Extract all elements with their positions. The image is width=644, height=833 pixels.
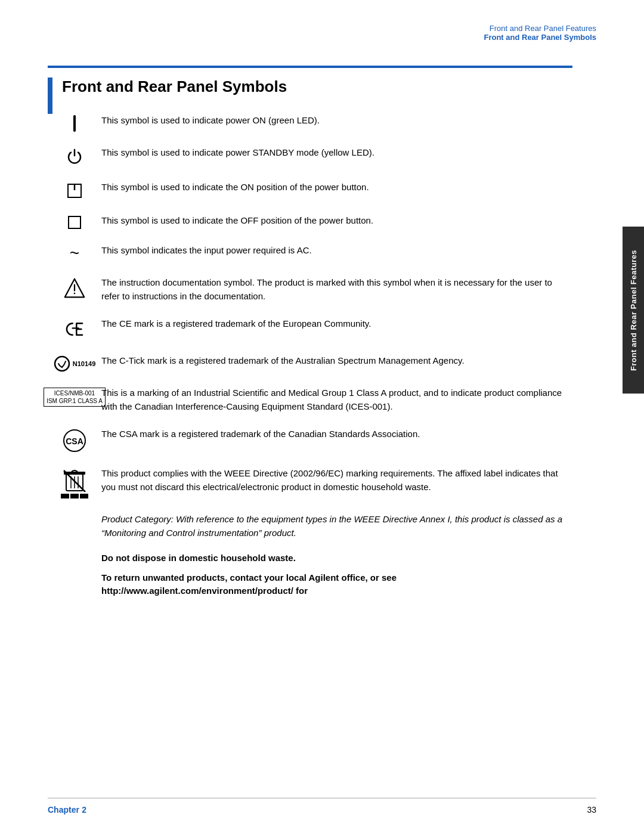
ices-icon: ICES/NMB-001 ISM GRP.1 CLASS A bbox=[44, 388, 106, 407]
symbol-col-power-on-pos bbox=[48, 181, 101, 200]
csa-icon: CSA bbox=[63, 429, 86, 453]
breadcrumb-parent: Front and Rear Panel Features bbox=[484, 24, 596, 33]
text-csa: The CSA mark is a registered trademark o… bbox=[101, 428, 572, 441]
bold-para2: To return unwanted products, contact you… bbox=[48, 571, 572, 598]
symbol-row-power-on: This symbol is used to indicate power ON… bbox=[48, 114, 572, 132]
symbol-col-ices: ICES/NMB-001 ISM GRP.1 CLASS A bbox=[48, 386, 101, 407]
power-on-pos-icon bbox=[66, 182, 83, 200]
text-ctick: The C-Tick mark is a registered trademar… bbox=[101, 354, 572, 368]
svg-rect-2 bbox=[69, 216, 80, 228]
symbol-col-ctick: N10149 bbox=[48, 354, 101, 372]
ce-icon bbox=[64, 318, 85, 340]
footer: Chapter 2 33 bbox=[48, 798, 596, 815]
footer-chapter-label: Chapter bbox=[48, 805, 79, 815]
text-power-on-pos: This symbol is used to indicate the ON p… bbox=[101, 181, 572, 194]
text-weee: This product complies with the WEEE Dire… bbox=[101, 467, 572, 494]
footer-chapter: Chapter 2 bbox=[48, 804, 86, 815]
breadcrumb-current: Front and Rear Panel Symbols bbox=[484, 33, 596, 42]
text-warning: The instruction documentation symbol. Th… bbox=[101, 276, 572, 303]
title-wrapper: Front and Rear Panel Symbols bbox=[62, 78, 572, 114]
weee-bin-icon bbox=[61, 468, 88, 492]
footer-chapter-number: 2 bbox=[82, 805, 86, 815]
symbol-row-ctick: N10149 The C-Tick mark is a registered t… bbox=[48, 354, 572, 372]
text-ices: This is a marking of an Industrial Scien… bbox=[101, 386, 572, 413]
symbol-col-csa: CSA bbox=[48, 428, 101, 453]
power-on-icon bbox=[73, 115, 76, 132]
symbol-row-weee: This product complies with the WEEE Dire… bbox=[48, 467, 572, 498]
ctick-circle-icon bbox=[54, 355, 70, 372]
top-rule bbox=[48, 66, 572, 68]
ices-line2: ISM GRP.1 CLASS A bbox=[47, 397, 103, 405]
symbol-col-weee bbox=[48, 467, 101, 498]
symbol-col-power-on bbox=[48, 114, 101, 132]
left-blue-bar bbox=[48, 78, 52, 114]
ices-line1: ICES/NMB-001 bbox=[47, 389, 103, 397]
weee-icon bbox=[61, 468, 88, 498]
symbol-row-warning: The instruction documentation symbol. Th… bbox=[48, 276, 572, 303]
italic-text: Product Category: With reference to the … bbox=[48, 513, 572, 540]
weee-bars bbox=[61, 494, 88, 498]
main-content: Front and Rear Panel Symbols This symbol… bbox=[48, 66, 572, 604]
power-off-pos-icon bbox=[67, 215, 82, 230]
footer-page-number: 33 bbox=[587, 805, 596, 815]
ac-icon: ~ bbox=[70, 245, 79, 262]
svg-point-5 bbox=[74, 293, 76, 295]
header-nav: Front and Rear Panel Features Front and … bbox=[484, 24, 596, 42]
symbol-row-csa: CSA The CSA mark is a registered tradema… bbox=[48, 428, 572, 453]
side-tab: Front and Rear Panel Features bbox=[623, 227, 644, 394]
title-section: Front and Rear Panel Symbols bbox=[48, 78, 572, 114]
symbol-row-power-on-pos: This symbol is used to indicate the ON p… bbox=[48, 181, 572, 200]
symbol-col-ac: ~ bbox=[48, 244, 101, 262]
page-container: Front and Rear Panel Features Front and … bbox=[0, 0, 644, 833]
text-power-on: This symbol is used to indicate power ON… bbox=[101, 114, 572, 128]
standby-icon bbox=[65, 147, 84, 166]
symbol-col-warning bbox=[48, 276, 101, 299]
symbol-row-ices: ICES/NMB-001 ISM GRP.1 CLASS A This is a… bbox=[48, 386, 572, 413]
symbol-row-ac: ~ This symbol indicates the input power … bbox=[48, 244, 572, 262]
section-title: Front and Rear Panel Symbols bbox=[62, 78, 572, 96]
svg-text:CSA: CSA bbox=[66, 436, 83, 446]
symbol-col-ce bbox=[48, 317, 101, 340]
symbol-col-standby bbox=[48, 146, 101, 166]
ctick-icon: N10149 bbox=[54, 355, 96, 372]
text-ac: This symbol indicates the input power re… bbox=[101, 244, 572, 258]
symbol-row-standby: This symbol is used to indicate power ST… bbox=[48, 146, 572, 166]
text-standby: This symbol is used to indicate power ST… bbox=[101, 146, 572, 160]
text-power-off-pos: This symbol is used to indicate the OFF … bbox=[101, 214, 572, 228]
svg-point-7 bbox=[55, 357, 69, 371]
text-ce: The CE mark is a registered trademark of… bbox=[101, 317, 572, 331]
ctick-label: N10149 bbox=[73, 360, 96, 367]
bold-para1: Do not dispose in domestic household was… bbox=[48, 552, 572, 565]
symbol-col-power-off-pos bbox=[48, 214, 101, 230]
symbol-row-power-off-pos: This symbol is used to indicate the OFF … bbox=[48, 214, 572, 230]
warning-icon bbox=[64, 277, 85, 299]
symbol-row-ce: The CE mark is a registered trademark of… bbox=[48, 317, 572, 340]
